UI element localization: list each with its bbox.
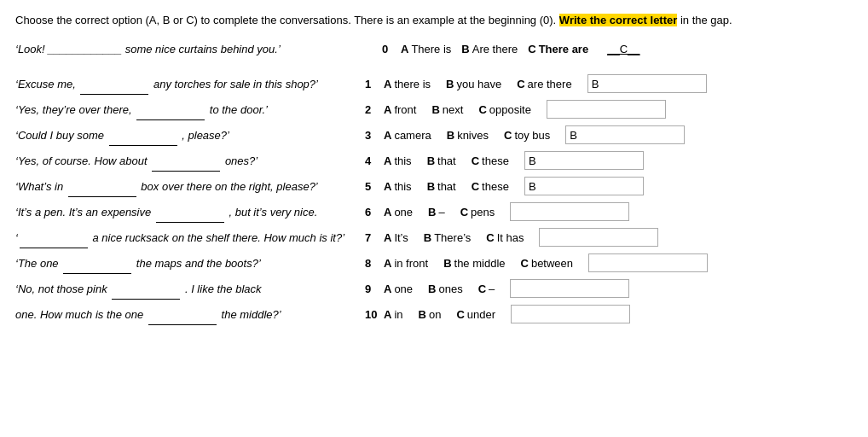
opt-letter-3-C: C (504, 129, 512, 142)
opt-letter-5-B: B (427, 180, 435, 193)
opt-1-C: Care there (517, 78, 583, 90)
opt-text-5-C: these (482, 180, 509, 193)
opt-text-4-C: these (482, 154, 509, 167)
q-num-2: 2 (365, 103, 384, 116)
example-num: 0 (382, 43, 401, 55)
options-col-3: 3AcameraBknivesCtoy bus (365, 125, 853, 144)
opt-letter-1-B: B (446, 78, 454, 90)
q-num-6: 6 (365, 206, 384, 218)
answer-box-9[interactable] (510, 279, 629, 298)
opt-letter-4-B: B (427, 154, 435, 167)
answer-box-1[interactable] (587, 74, 707, 93)
opt-letter-5-A: A (384, 180, 391, 193)
opt-letter-1-C: C (517, 78, 524, 90)
q-num-5: 5 (365, 180, 384, 193)
opt-letter-10-B: B (419, 308, 426, 321)
instructions-text: Choose the correct option (A, B or C) to… (15, 14, 556, 26)
opt-2-C: Copposite (478, 103, 543, 116)
opt-10-B: Bon (419, 308, 454, 321)
opt-text-2-B: next (443, 103, 464, 116)
question-grid: ‘Excuse me, any torches for sale in this… (15, 72, 853, 328)
answer-box-6[interactable] (510, 202, 629, 221)
opt-letter-8-A: A (384, 257, 391, 270)
blank (112, 281, 180, 300)
opt-letter-2-B: B (431, 103, 439, 116)
answer-box-5[interactable] (524, 177, 644, 195)
question-row: ‘Excuse me, any torches for sale in this… (15, 72, 853, 97)
opt-letter-6-B: B (428, 206, 436, 218)
question-row: one. How much is the one the middle?’10A… (15, 302, 853, 328)
example-opt-a: AThere is (401, 43, 461, 55)
opt-text-8-A: in front (394, 257, 428, 270)
opt-letter-2-C: C (478, 103, 486, 116)
q-num-4: 4 (365, 154, 384, 167)
example-opt-c: CThere are (528, 43, 599, 55)
opt-6-B: B– (428, 206, 457, 218)
opt-text-3-A: camera (394, 129, 431, 142)
opt-text-10-B: on (429, 308, 441, 321)
opt-letter-6-A: A (384, 206, 391, 218)
answer-box-7[interactable] (539, 228, 658, 247)
opt-letter-4-C: C (472, 154, 479, 167)
options-col-1: 1Athere isByou haveCare there (365, 74, 853, 93)
options-col-10: 10AinBonCunder (365, 305, 853, 323)
opt-text-9-B: ones (438, 283, 462, 295)
opt-3-C: Ctoy bus (504, 129, 562, 142)
example-row: ‘Look! ____________ some nice curtains b… (15, 41, 853, 59)
sentence-4: ‘Yes, of course. How about ones?’ (15, 153, 365, 172)
options-col-2: 2AfrontBnextCopposite (365, 100, 853, 119)
opt-text-8-B: the middle (454, 257, 506, 270)
opt-text-7-A: It’s (394, 231, 408, 244)
sentence-2: ‘Yes, they’re over there, to the door.’ (15, 102, 365, 120)
answer-box-8[interactable] (588, 253, 708, 272)
answer-box-2[interactable] (547, 100, 666, 119)
q-num-10: 10 (365, 308, 384, 321)
options-col-7: 7AIt’sBThere’sCIt has (365, 228, 853, 247)
example-opt-b: BAre there (461, 43, 528, 55)
opt-text-6-B: – (438, 206, 444, 218)
opt-7-C: CIt has (486, 231, 535, 244)
blank (63, 255, 131, 274)
opt-9-C: C– (478, 283, 507, 295)
opt-5-A: Athis (384, 180, 424, 193)
opt-letter-7-B: B (424, 231, 431, 244)
opt-8-B: Bthe middle (443, 257, 517, 270)
opt-text-9-A: one (394, 283, 413, 295)
opt-2-B: Bnext (431, 103, 475, 116)
opt-4-B: Bthat (427, 154, 468, 167)
opt-9-A: Aone (384, 283, 425, 295)
blank (148, 306, 217, 325)
opt-letter-10-A: A (384, 308, 391, 321)
question-row: ‘It’s a pen. It’s an expensive , but it’… (15, 200, 853, 225)
opt-6-C: Cpens (460, 206, 507, 218)
options-col-5: 5AthisBthatCthese (365, 177, 853, 195)
opt-7-B: BThere’s (424, 231, 483, 244)
q-num-7: 7 (365, 231, 384, 244)
question-row: ‘The one the maps and the boots?’8Ain fr… (15, 251, 853, 277)
opt-text-10-C: under (467, 308, 495, 321)
answer-box-4[interactable] (524, 151, 644, 170)
opt-10-C: Cunder (456, 308, 507, 321)
blank (80, 76, 148, 95)
opt-4-C: Cthese (472, 154, 521, 167)
opt-text-9-C: – (489, 283, 495, 295)
opt-text-3-C: toy bus (514, 129, 550, 142)
opt-text-10-A: in (394, 308, 402, 321)
example-answer: __C__ (607, 43, 639, 55)
opt-letter-9-A: A (384, 283, 391, 295)
opt-letter-7-A: A (384, 231, 391, 244)
opt-text-1-A: there is (394, 78, 431, 90)
blank (68, 178, 136, 197)
opt-7-A: AIt’s (384, 231, 420, 244)
opt-letter-8-B: B (443, 257, 451, 270)
opt-letter-6-C: C (460, 206, 468, 218)
options-col-9: 9AoneBonesC– (365, 279, 853, 298)
question-row: ‘ a nice rucksack on the shelf there. Ho… (15, 225, 853, 251)
q-num-1: 1 (365, 78, 384, 90)
opt-text-5-A: this (394, 180, 411, 193)
opt-3-B: Bknives (447, 129, 501, 142)
answer-box-10[interactable] (511, 305, 630, 323)
q-num-9: 9 (365, 283, 384, 295)
opt-letter-3-B: B (447, 129, 454, 142)
answer-box-3[interactable] (565, 125, 685, 144)
